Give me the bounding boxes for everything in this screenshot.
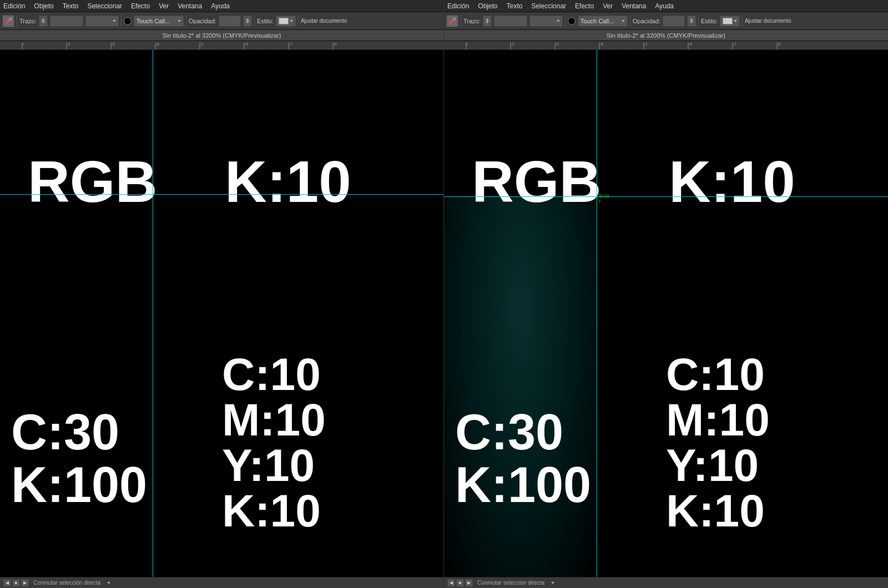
- text-c10-left: C:10: [222, 349, 321, 399]
- trazo-dropdown-left[interactable]: [85, 16, 119, 27]
- nav-stop-left[interactable]: ■: [12, 579, 20, 587]
- right-ruler: 9 12 15 18 21 24 27 30: [444, 41, 888, 50]
- panels-container: Edición Objeto Texto Seleccionar Efecto …: [0, 0, 888, 588]
- menu-seleccionar-left[interactable]: Seleccionar: [87, 2, 122, 10]
- guide-horizontal-left: [0, 194, 443, 195]
- menu-efecto-right[interactable]: Efecto: [575, 2, 594, 10]
- trazo-input-right[interactable]: [494, 16, 527, 27]
- status-dropdown-left[interactable]: [107, 582, 110, 584]
- svg-text:30: 30: [332, 42, 337, 47]
- status-dropdown-right[interactable]: [551, 582, 554, 584]
- svg-text:27: 27: [731, 42, 736, 47]
- svg-text:24: 24: [687, 42, 692, 47]
- nav-prev-left[interactable]: ◀: [3, 579, 11, 587]
- text-k10-top-right: K:10: [669, 153, 795, 211]
- ajustar-label-right: Ajustar documento: [745, 18, 791, 24]
- text-k100-left: K:100: [11, 458, 147, 513]
- opacidad-spinner-right[interactable]: [687, 16, 696, 27]
- right-nav-controls[interactable]: ◀ ■ ▶: [447, 579, 473, 587]
- menu-edicion-right[interactable]: Edición: [447, 2, 469, 10]
- trazo-input-left[interactable]: [50, 16, 83, 27]
- opacidad-label-right: Opacidad:: [633, 18, 660, 24]
- touch-call-label-left: Touch Call...: [137, 18, 176, 24]
- right-menubar: Edición Objeto Texto Seleccionar Efecto …: [444, 0, 888, 12]
- left-panel: Edición Objeto Texto Seleccionar Efecto …: [0, 0, 444, 588]
- svg-text:18: 18: [598, 42, 603, 47]
- touch-call-label-right: Touch Call...: [581, 18, 620, 24]
- svg-text:24: 24: [243, 42, 248, 47]
- svg-text:12: 12: [509, 42, 514, 47]
- estilo-label-right: Estilo:: [701, 18, 718, 24]
- text-y10-left: Y:10: [222, 440, 315, 490]
- text-k100-right: K:100: [455, 458, 591, 513]
- opacidad-spinner-left[interactable]: [243, 16, 252, 27]
- menu-efecto-left[interactable]: Efecto: [131, 2, 150, 10]
- menu-ventana-left[interactable]: Ventana: [178, 2, 202, 10]
- trazo-label-left: Trazo:: [19, 18, 37, 24]
- right-canvas[interactable]: Guía + RGB K:10 C:30 K:100 C:10 M:10 Y:1…: [444, 50, 888, 577]
- menu-objeto-right[interactable]: Objeto: [478, 2, 497, 10]
- text-rgb-left: RGB: [28, 153, 157, 211]
- right-panel: Edición Objeto Texto Seleccionar Efecto …: [444, 0, 888, 588]
- right-title-bar: Sin título-2* al 3200% (CMYK/Previsualiz…: [444, 30, 888, 41]
- status-text-right: Conmutar selección directa: [477, 580, 544, 586]
- estilo-label-left: Estilo:: [257, 18, 274, 24]
- guide-vertical-right: [597, 50, 597, 577]
- estilo-dropdown-right[interactable]: [720, 16, 740, 27]
- text-k10-bottom-left: K:10: [222, 486, 321, 536]
- svg-text:9: 9: [21, 42, 24, 47]
- menu-ventana-right[interactable]: Ventana: [622, 2, 646, 10]
- menu-edicion-left[interactable]: Edición: [3, 2, 25, 10]
- guide-vertical-left: [153, 50, 153, 577]
- menu-ver-left[interactable]: Ver: [159, 2, 169, 10]
- opacidad-label-left: Opacidad:: [189, 18, 216, 24]
- status-text-left: Conmutar selección directa: [33, 580, 100, 586]
- opacidad-input-right[interactable]: 100%: [663, 16, 685, 27]
- left-canvas[interactable]: RGB K:10 C:30 K:100 C:10 M:10 Y:10 K:10: [0, 50, 443, 577]
- svg-text:30: 30: [776, 42, 781, 47]
- svg-text:21: 21: [199, 42, 204, 47]
- text-c30-right: C:30: [455, 405, 563, 460]
- right-status-bar: ◀ ■ ▶ Conmutar selección directa: [444, 577, 888, 588]
- trazo-label-right: Trazo:: [463, 18, 481, 24]
- guide-horizontal-right: [444, 196, 888, 197]
- nav-next-left[interactable]: ▶: [21, 579, 29, 587]
- opacidad-input-left[interactable]: 100%: [219, 16, 241, 27]
- ajustar-label-left: Ajustar documento: [301, 18, 347, 24]
- estilo-dropdown-left[interactable]: [276, 16, 296, 27]
- left-nav-controls[interactable]: ◀ ■ ▶: [3, 579, 29, 587]
- text-c30-left: C:30: [11, 405, 119, 460]
- menu-ayuda-right[interactable]: Ayuda: [655, 2, 674, 10]
- color-swatch-right[interactable]: [568, 17, 576, 25]
- nav-stop-right[interactable]: ■: [456, 579, 464, 587]
- svg-text:15: 15: [554, 42, 559, 47]
- right-title: Sin título-2* al 3200% (CMYK/Previsualiz…: [607, 32, 725, 39]
- trazo-spinner-left[interactable]: [39, 16, 48, 27]
- svg-text:21: 21: [643, 42, 648, 47]
- menu-seleccionar-right[interactable]: Seleccionar: [531, 2, 566, 10]
- nav-prev-right[interactable]: ◀: [447, 579, 455, 587]
- svg-text:15: 15: [110, 42, 115, 47]
- text-c10-right: C:10: [666, 349, 765, 399]
- color-swatch-left[interactable]: [124, 17, 132, 25]
- pen-tool-icon-left[interactable]: [2, 15, 14, 27]
- left-ruler: 9 12 15 18 21 24 27 30: [0, 41, 443, 50]
- trazo-dropdown-right[interactable]: [529, 16, 563, 27]
- touch-call-dropdown-right[interactable]: Touch Call...: [578, 16, 628, 27]
- left-toolbar: Trazo: Touch Call... Opacidad: 100%: [0, 12, 443, 30]
- text-rgb-right: RGB: [472, 153, 601, 211]
- pen-tool-icon-right[interactable]: [446, 15, 458, 27]
- left-title-bar: Sin título-2* al 3200% (CMYK/Previsualiz…: [0, 30, 443, 41]
- svg-text:12: 12: [65, 42, 70, 47]
- text-k10-bottom-right: K:10: [666, 486, 765, 536]
- menu-texto-right[interactable]: Texto: [507, 2, 523, 10]
- touch-call-dropdown-left[interactable]: Touch Call...: [134, 16, 184, 27]
- left-title: Sin título-2* al 3200% (CMYK/Previsualiz…: [163, 32, 281, 39]
- trazo-spinner-right[interactable]: [483, 16, 492, 27]
- menu-ver-right[interactable]: Ver: [603, 2, 613, 10]
- menu-texto-left[interactable]: Texto: [63, 2, 79, 10]
- menu-ayuda-left[interactable]: Ayuda: [211, 2, 230, 10]
- right-toolbar: Trazo: Touch Call... Opacidad: 100%: [444, 12, 888, 30]
- nav-next-right[interactable]: ▶: [465, 579, 473, 587]
- menu-objeto-left[interactable]: Objeto: [34, 2, 53, 10]
